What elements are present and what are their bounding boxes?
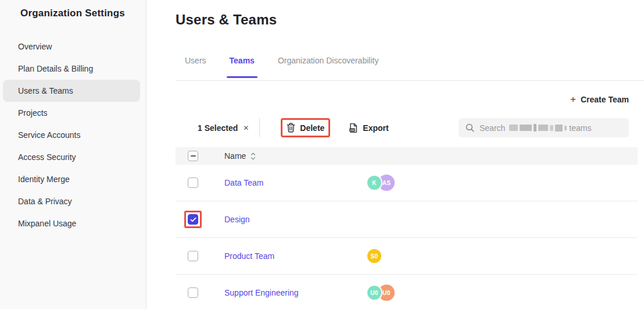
table-header-row: Name (176, 147, 638, 165)
name-column-header[interactable]: Name (224, 151, 366, 161)
redacted-block (534, 124, 536, 132)
plus-icon: + (570, 94, 576, 104)
name-column-label: Name (224, 151, 246, 161)
select-all-checkbox[interactable] (188, 151, 198, 161)
team-name-cell: Product Team (224, 251, 366, 261)
redacted-block (555, 125, 563, 132)
team-name-link[interactable]: Product Team (224, 251, 274, 261)
table-row: Support Engineering U0 U0 (176, 275, 638, 309)
team-members-avatars: U0 U0 (366, 285, 395, 301)
checkbox-annotation-highlight (184, 211, 202, 228)
team-name-cell: Design (224, 215, 366, 224)
avatar: U0 (366, 285, 382, 301)
row-checkbox[interactable] (188, 251, 198, 261)
team-name-cell: Data Team (224, 178, 366, 187)
header-checkbox-cell (176, 151, 224, 161)
sidebar-item-data-privacy[interactable]: Data & Privacy (0, 190, 146, 212)
sidebar-title: Organization Settings (0, 0, 146, 19)
selection-toolbar: 1 Selected ✕ Delete (176, 118, 629, 138)
sidebar-nav: Overview Plan Details & Billing Users & … (0, 35, 146, 235)
selection-count-label: 1 Selected (198, 123, 238, 133)
row-checkbox-cell (176, 211, 224, 228)
svg-text:csv: csv (350, 129, 355, 132)
sort-icon[interactable] (251, 152, 256, 160)
csv-file-icon: csv (349, 123, 358, 133)
sidebar-item-users-teams[interactable]: Users & Teams (3, 80, 140, 102)
redacted-block (520, 125, 532, 131)
avatar: S0 (366, 248, 382, 264)
row-checkbox-cell (176, 251, 224, 261)
delete-label: Delete (300, 123, 324, 133)
team-name-link[interactable]: Data Team (224, 178, 263, 187)
table-row: Data Team K AS (176, 165, 638, 201)
delete-annotation-highlight: Delete (281, 118, 330, 137)
team-members-avatars: K AS (366, 175, 395, 191)
team-name-link[interactable]: Design (224, 215, 250, 224)
search-placeholder: Search teams (480, 123, 591, 133)
create-team-label: Create Team (581, 95, 629, 104)
export-button[interactable]: csv Export (348, 121, 389, 135)
tab-strip: Users Teams Organization Discoverability (176, 51, 644, 81)
tab-organization-discoverability[interactable]: Organization Discoverability (275, 51, 382, 80)
export-label: Export (363, 123, 388, 133)
sidebar-item-access-security[interactable]: Access Security (0, 146, 146, 168)
team-members-avatars: S0 (366, 248, 382, 264)
row-checkbox[interactable] (188, 177, 198, 188)
row-checkbox[interactable] (188, 287, 198, 298)
redacted-block (509, 125, 518, 131)
create-team-button[interactable]: + Create Team (570, 94, 629, 104)
redacted-block (564, 126, 567, 130)
row-checkbox[interactable] (188, 214, 198, 225)
search-placeholder-suffix: teams (569, 123, 591, 133)
row-checkbox-cell (176, 287, 224, 298)
toolbar-divider (259, 118, 260, 137)
avatar: K (366, 175, 382, 191)
team-name-link[interactable]: Support Engineering (224, 288, 299, 297)
tab-teams[interactable]: Teams (227, 51, 257, 80)
sidebar-item-mixpanel-usage[interactable]: Mixpanel Usage (0, 212, 146, 235)
team-name-cell: Support Engineering (224, 288, 366, 297)
checkmark-icon (190, 217, 196, 222)
selection-count: 1 Selected ✕ (198, 123, 249, 133)
sidebar-item-overview[interactable]: Overview (0, 35, 146, 58)
search-input[interactable]: Search teams (459, 118, 629, 137)
sidebar: Organization Settings Overview Plan Deta… (0, 0, 146, 309)
search-placeholder-prefix: Search (480, 123, 505, 133)
search-redacted-text (509, 124, 567, 132)
search-icon (466, 123, 474, 132)
indeterminate-dash-icon (191, 155, 196, 157)
sidebar-item-identity-merge[interactable]: Identity Merge (0, 168, 146, 190)
sidebar-item-projects[interactable]: Projects (0, 102, 146, 124)
delete-button[interactable]: Delete (285, 121, 325, 134)
row-checkbox-cell (176, 177, 224, 188)
sidebar-item-service-accounts[interactable]: Service Accounts (0, 124, 146, 146)
table-row: Product Team S0 (176, 238, 638, 275)
page-title: Users & Teams (176, 12, 277, 28)
main-content: Users & Teams Users Teams Organization D… (147, 0, 644, 309)
tab-users[interactable]: Users (182, 51, 209, 80)
sidebar-item-plan-details-billing[interactable]: Plan Details & Billing (0, 58, 146, 80)
teams-table: Name Data Team K AS (176, 147, 638, 309)
table-row: Design (176, 201, 638, 238)
clear-selection-icon[interactable]: ✕ (243, 124, 249, 132)
trash-icon (287, 123, 295, 133)
redacted-block (550, 125, 553, 131)
redacted-block (538, 125, 548, 131)
